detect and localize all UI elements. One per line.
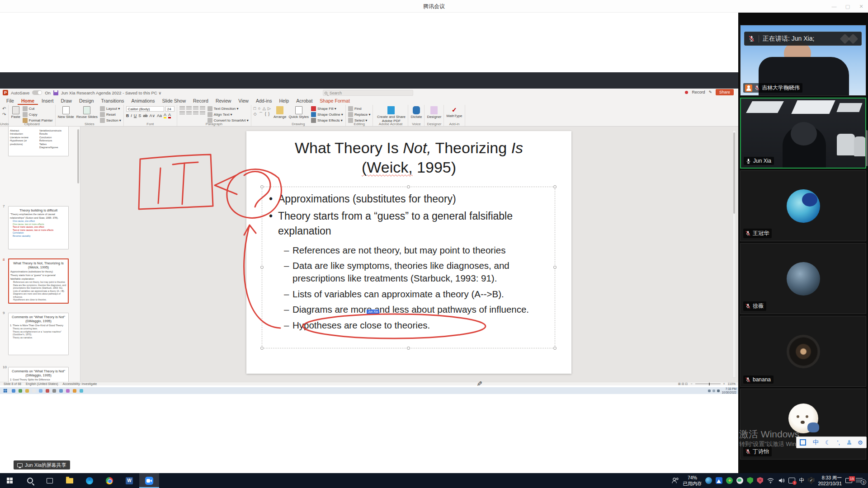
selection-handle[interactable] [260,347,264,350]
reset-button[interactable]: Reset [100,112,121,117]
tab-insert[interactable]: Insert [38,97,57,105]
italic-button[interactable]: I [131,113,132,118]
participant-tile-active[interactable]: Jun Xia [740,98,866,169]
taskbar-clock[interactable]: 8:33 周一 2022/10/31 [818,475,842,486]
person-icon[interactable] [847,440,851,445]
coin-app-icon[interactable]: + [726,477,733,484]
zoom-in-button[interactable]: + [723,382,725,385]
shape-gallery-row2[interactable]: ◇ ⌒ { } [254,112,271,116]
highlight-color-button[interactable]: A [164,113,166,118]
file-explorer-button[interactable] [60,473,80,488]
strikethrough-button[interactable]: ab [143,113,147,118]
record-button[interactable]: Record [692,90,705,94]
view-buttons[interactable]: ⊞ ⊟ ⊡ [678,382,688,386]
people-icon[interactable] [671,477,679,484]
slide-editor[interactable]: What Theory Is Not, Theorizing Is (Weick… [246,131,571,374]
tab-shape-format[interactable]: Shape Format [316,97,354,105]
word-button[interactable]: W [119,473,139,488]
shape-gallery-row1[interactable]: □ ○ △ ▷ [254,106,271,111]
thumbnail-slide-7[interactable]: Theory building is difficult “Theory emp… [8,206,69,249]
earth-icon[interactable] [705,477,712,484]
indent-icon[interactable] [193,106,198,110]
close-button[interactable]: ✕ [854,0,868,13]
participant-tile[interactable]: 丁诗怡 [740,389,866,460]
shadow-button[interactable]: S [138,113,141,118]
tab-view[interactable]: View [235,97,252,105]
tab-help[interactable]: Help [276,97,293,105]
ime-toolbar[interactable]: 中 ☾ ’, ⚙ [796,436,867,448]
participant-tile[interactable]: banana [740,316,866,387]
action-center-icon[interactable]: 3 [856,478,863,483]
chrome-button[interactable] [99,473,119,488]
pen-icon[interactable]: ✎ [708,90,712,94]
thumbnail-slide-10[interactable]: Comments on “What Theory is Not” (DiMagg… [8,367,69,382]
ppt-share-button[interactable]: Share [716,89,734,95]
replace-button[interactable]: Replace ▾ [348,112,371,117]
participant-tile[interactable]: 正在讲话: Jun Xia; 吉林大学鞠晓伟 [740,25,866,96]
sub-bullet-line[interactable]: References are not theory, but may point… [292,244,505,257]
memory-usage[interactable]: 74% 已用内存 [683,475,702,486]
tab-review[interactable]: Review [212,97,235,105]
bold-button[interactable]: B [126,113,129,118]
tab-animations[interactable]: Animations [128,97,159,105]
find-button[interactable]: Find [348,106,371,111]
reuse-slides-button[interactable]: Reuse Slides [76,106,98,119]
tab-transitions[interactable]: Transitions [98,97,128,105]
accessibility-status[interactable]: Accessibility: Investigate [63,382,97,385]
selection-handle[interactable] [553,266,557,269]
tab-file[interactable]: File [3,97,18,105]
save-icon[interactable] [53,90,58,95]
slide-thumbnail-panel[interactable]: AbstractIntroduction Literature reviewHy… [0,127,80,382]
mathtype-button[interactable]: ✓MathType [446,106,462,118]
sub-bullet-line[interactable]: Data are like symptoms, theories like di… [292,259,519,285]
gear-icon[interactable]: ⚙ [858,439,863,446]
maximize-button[interactable]: ▢ [841,0,854,13]
align-right-icon[interactable] [193,111,198,115]
thumbnail-slide-9[interactable]: Comments on “What Theory is Not” (DiMagg… [8,313,69,355]
change-case-button[interactable]: Aa [157,113,162,118]
red-shield-icon[interactable]: ✕ [757,477,763,484]
participant-tile[interactable]: 王冠华 [740,170,866,241]
security-check-shield-icon[interactable]: ✓ [808,477,814,484]
taskbar-search-button[interactable] [20,473,40,488]
moon-icon[interactable]: ☾ [825,439,830,446]
selection-handle[interactable] [407,185,410,188]
copy-button[interactable]: Copy [23,112,53,117]
document-title[interactable]: Jun Xia Research Agenda 2022 - Saved to … [61,90,161,95]
zoom-out-button[interactable]: − [690,382,692,385]
ime-indicator[interactable]: 中 [799,477,804,484]
selection-handle[interactable] [260,185,264,188]
tab-record[interactable]: Record [189,97,212,105]
text-direction-button[interactable]: Text Direction ▾ [208,106,249,111]
align-text-button[interactable]: Align Text ▾ [208,112,249,117]
font-size-combo[interactable]: 24 [165,106,175,112]
start-button[interactable] [0,473,20,488]
ime-logo-icon[interactable] [800,439,806,446]
tab-acrobat[interactable]: Acrobat [292,97,316,105]
notification-flag-icon[interactable]: 15 [845,478,852,483]
undo-icon[interactable]: ↶ [2,106,6,111]
numbering-icon[interactable] [186,106,192,110]
char-spacing-button[interactable]: A∨ [149,113,155,118]
zoom-level[interactable]: 110% [728,382,736,385]
tab-add-ins[interactable]: Add-ins [252,97,276,105]
selection-handle[interactable] [407,347,410,350]
cut-button[interactable]: Cut [23,106,53,111]
paste-button[interactable]: Paste [11,106,20,119]
ppt-search-box[interactable]: Search [323,90,413,96]
redo-icon[interactable]: ↷ [2,112,6,117]
minimize-button[interactable]: — [827,0,841,13]
tab-slide-show[interactable]: Slide Show [159,97,190,105]
zoom-slider[interactable] [695,384,721,384]
slide-title[interactable]: What Theory Is Not, Theorizing Is (Weick… [246,138,571,177]
selection-handle[interactable] [553,347,557,350]
panel-scrollbar[interactable] [866,130,868,166]
language-indicator[interactable]: English (United States) [26,382,58,385]
shape-fill-button[interactable]: Shape Fill ▾ [311,106,343,111]
autosave-toggle[interactable] [32,90,42,95]
punctuation-icon[interactable]: ’, [837,439,840,446]
bullet-line[interactable]: Approximations (substitutes for theory) [278,192,456,206]
tencent-meeting-button[interactable] [139,473,159,488]
dictate-button[interactable]: Dictate [410,106,422,119]
wifi-icon[interactable] [767,478,774,483]
